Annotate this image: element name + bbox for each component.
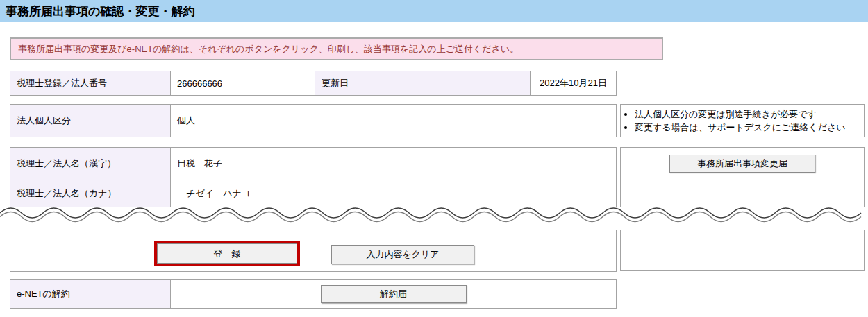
change-form-button[interactable]: 事務所届出事項変更届 [669, 155, 815, 173]
change-form-box-bottom [620, 230, 865, 271]
register-highlight-frame: 登 録 [154, 241, 300, 266]
name-kanji-value: 日税 花子 [171, 148, 616, 180]
name-kanji-label: 税理士／法人名（漢字） [10, 148, 171, 180]
clear-input-button[interactable]: 入力内容をクリア [331, 245, 474, 264]
category-note-item: 法人個人区分の変更は別途手続きが必要です [635, 108, 846, 121]
page: 事務所届出事項の確認・変更・解約 事務所届出事項の変更及びe-NETの解約は、そ… [0, 0, 868, 317]
updated-date-label: 更新日 [315, 71, 531, 95]
notice-banner: 事務所届出事項の変更及びe-NETの解約は、それぞれのボタンをクリック、印刷し、… [10, 37, 663, 60]
enet-cancel-label: e-NETの解約 [10, 280, 171, 308]
category-note-item: 変更する場合は、サポートデスクにご連絡ください [635, 121, 846, 134]
name-kana-value: ニチゼイ ハナコ [171, 180, 616, 207]
notice-text: 事務所届出事項の変更及びe-NETの解約は、それぞれのボタンをクリック、印刷し、… [18, 43, 519, 55]
register-button[interactable]: 登 録 [157, 243, 297, 264]
category-note-box: 法人個人区分の変更は別途手続きが必要です 変更する場合は、サポートデスクにご連絡… [620, 104, 865, 137]
updated-date-value: 2022年10月21日 [531, 71, 616, 95]
reg-number-value: 266666666 [171, 71, 315, 95]
category-note-list: 法人個人区分の変更は別途手続きが必要です 変更する場合は、サポートデスクにご連絡… [621, 108, 846, 134]
cancel-form-button[interactable]: 解約届 [321, 285, 467, 303]
change-form-box: 事務所届出事項変更届 [620, 147, 865, 207]
category-value: 個人 [171, 105, 616, 137]
table-row: 税理士／法人名（漢字） 日税 花子 [10, 148, 616, 180]
category-table: 法人個人区分 個人 [10, 104, 617, 137]
page-title-bar: 事務所届出事項の確認・変更・解約 [0, 0, 868, 22]
enet-cancel-cell: 解約届 [171, 280, 616, 308]
page-title: 事務所届出事項の確認・変更・解約 [6, 3, 194, 19]
table-row: 税理士／法人名（カナ） ニチゼイ ハナコ [10, 180, 616, 207]
name-table: 税理士／法人名（漢字） 日税 花子 税理士／法人名（カナ） ニチゼイ ハナコ [10, 147, 617, 207]
torn-edge-wave [0, 205, 868, 233]
enet-cancel-table: e-NETの解約 解約届 [10, 279, 617, 309]
category-label: 法人個人区分 [10, 105, 171, 137]
registration-table: 税理士登録／法人番号 266666666 更新日 2022年10月21日 [10, 71, 617, 96]
name-table-bottom [10, 230, 617, 272]
reg-number-label: 税理士登録／法人番号 [10, 71, 171, 95]
name-kana-label: 税理士／法人名（カナ） [10, 180, 171, 207]
